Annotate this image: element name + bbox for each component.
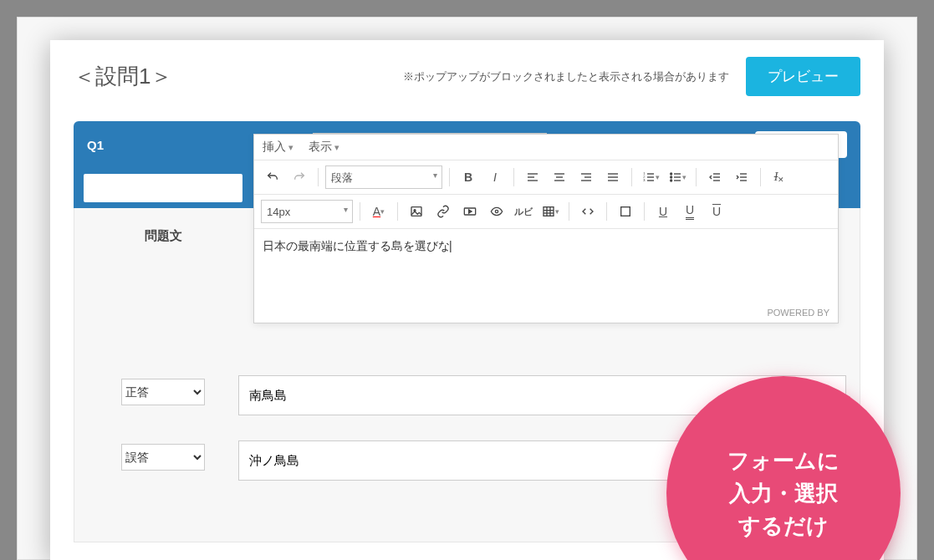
editor-powered-by: POWERED BY [254, 304, 838, 323]
svg-point-19 [670, 176, 671, 178]
modal-header: ＜設問1＞ ※ポップアップがブロックされましたと表示される場合があります プレビ… [74, 57, 860, 96]
double-underline-icon[interactable]: U [678, 200, 702, 223]
svg-point-34 [495, 210, 498, 212]
question-text-label: 問題文 [145, 228, 182, 244]
paragraph-select[interactable]: 段落 [325, 165, 442, 189]
answer-type-select-1[interactable]: 誤答 [121, 444, 205, 471]
clear-format-icon[interactable]: I✕ [768, 165, 791, 189]
overline-icon[interactable]: U [705, 200, 728, 223]
media-icon[interactable] [458, 200, 482, 223]
bold-button[interactable]: B [457, 165, 480, 189]
align-center-icon[interactable] [548, 165, 571, 189]
svg-text:3: 3 [643, 178, 646, 182]
menu-insert[interactable]: 挿入 [263, 140, 293, 153]
question-number: Q1 [87, 138, 254, 152]
preview-button[interactable]: プレビュー [746, 57, 860, 96]
svg-rect-30 [411, 207, 421, 216]
svg-point-20 [670, 180, 671, 181]
underline-icon[interactable]: U [651, 200, 675, 223]
preview-icon[interactable] [485, 200, 508, 223]
badge-line: するだけ [727, 510, 840, 542]
svg-rect-35 [544, 207, 554, 216]
ordered-list-icon[interactable]: 123▾ [639, 165, 662, 189]
subbar-field[interactable] [84, 174, 242, 202]
badge-line: フォームに [727, 445, 840, 477]
page-title: ＜設問1＞ [74, 62, 172, 91]
svg-marker-33 [469, 210, 472, 213]
outdent-icon[interactable] [703, 165, 727, 189]
answer-type-select-0[interactable]: 正答 [121, 379, 205, 405]
code-icon[interactable] [576, 200, 600, 223]
box-icon[interactable] [614, 200, 637, 223]
redo-icon[interactable] [288, 165, 311, 189]
align-right-icon[interactable] [574, 165, 598, 189]
editor-text: 日本の最南端に位置する島を選びな [263, 239, 452, 252]
ruby-icon[interactable]: ルビ [512, 200, 535, 223]
popup-warning-text: ※ポップアップがブロックされましたと表示される場合があります [189, 69, 729, 84]
badge-line: 入力・選択 [727, 477, 840, 510]
editor-toolbar-2: 14px A▾ ルビ ▾ U U U [254, 195, 838, 229]
unordered-list-icon[interactable]: ▾ [666, 165, 689, 189]
rich-text-editor: 挿入 表示 段落 B I 123▾ ▾ I✕ 14px [253, 134, 839, 323]
svg-point-18 [670, 173, 671, 175]
text-color-icon[interactable]: A▾ [367, 200, 390, 223]
table-icon[interactable]: ▾ [538, 200, 562, 223]
editor-menubar: 挿入 表示 [254, 135, 838, 160]
svg-rect-40 [621, 207, 630, 216]
image-icon[interactable] [405, 200, 428, 223]
fontsize-select[interactable]: 14px [261, 200, 353, 223]
menu-view[interactable]: 表示 [309, 140, 339, 153]
align-left-icon[interactable] [521, 165, 544, 189]
editor-toolbar-1: 段落 B I 123▾ ▾ I✕ [254, 160, 838, 195]
link-icon[interactable] [431, 200, 455, 223]
italic-button[interactable]: I [483, 165, 507, 189]
indent-icon[interactable] [730, 165, 753, 189]
editor-content-area[interactable]: 日本の最南端に位置する島を選びな [254, 229, 838, 304]
align-justify-icon[interactable] [601, 165, 625, 189]
undo-icon[interactable] [261, 165, 284, 189]
